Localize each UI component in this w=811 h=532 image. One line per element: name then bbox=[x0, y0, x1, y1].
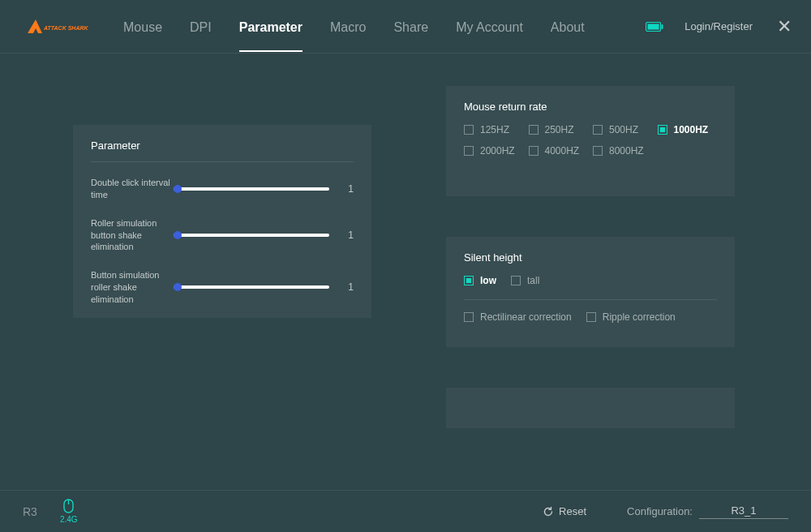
app-header: ATTACK SHARK Mouse DPI Parameter Macro S… bbox=[0, 0, 811, 54]
connection-label: 2.4G bbox=[60, 515, 78, 524]
connection-indicator[interactable]: 2.4G bbox=[60, 499, 78, 524]
return-rate-panel: Mouse return rate 125HZ 250HZ 500HZ 1000… bbox=[446, 86, 735, 196]
rate-1000[interactable]: 1000HZ bbox=[658, 124, 718, 135]
svg-text:ATTACK SHARK: ATTACK SHARK bbox=[43, 25, 89, 31]
config-label: Configuration: bbox=[627, 505, 693, 517]
empty-panel bbox=[446, 388, 735, 428]
param-label: Button simulation roller shake eliminati… bbox=[91, 269, 174, 306]
param-value: 1 bbox=[329, 230, 354, 241]
checkbox-icon bbox=[529, 146, 539, 156]
checkbox-icon bbox=[586, 312, 596, 322]
model-label: R3 bbox=[23, 505, 37, 518]
param-label: Roller simulation button shake eliminati… bbox=[91, 217, 174, 254]
param-value: 1 bbox=[329, 281, 354, 293]
panel-title-return-rate: Mouse return rate bbox=[464, 101, 717, 113]
param-row-double-click: Double click interval time 1 bbox=[91, 177, 354, 201]
rectilinear-correction[interactable]: Rectilinear correction bbox=[464, 311, 572, 323]
checkbox-icon bbox=[464, 125, 474, 135]
ripple-correction[interactable]: Ripple correction bbox=[586, 311, 676, 323]
main-nav: Mouse DPI Parameter Macro Share My Accou… bbox=[123, 17, 585, 36]
rate-8000[interactable]: 8000HZ bbox=[593, 145, 653, 157]
reset-label: Reset bbox=[559, 505, 586, 517]
parameter-panel: Parameter Double click interval time 1 R… bbox=[73, 125, 371, 318]
checkbox-icon bbox=[511, 276, 521, 285]
slider-button-shake[interactable] bbox=[174, 281, 329, 293]
configuration-selector[interactable]: Configuration: R3_1 bbox=[627, 504, 788, 519]
mouse-icon bbox=[63, 499, 74, 513]
param-label: Double click interval time bbox=[91, 177, 174, 201]
nav-about[interactable]: About bbox=[551, 20, 585, 40]
checkbox-icon bbox=[529, 125, 539, 135]
checkbox-icon bbox=[593, 146, 603, 156]
slider-double-click[interactable] bbox=[174, 183, 329, 195]
nav-dpi[interactable]: DPI bbox=[190, 20, 212, 40]
rate-250[interactable]: 250HZ bbox=[529, 124, 589, 135]
app-footer: R3 2.4G Reset Configuration: R3_1 bbox=[0, 490, 811, 532]
rate-4000[interactable]: 4000HZ bbox=[529, 145, 589, 157]
rate-125[interactable]: 125HZ bbox=[464, 124, 524, 135]
height-tall[interactable]: tall bbox=[511, 275, 539, 286]
reset-icon bbox=[543, 506, 554, 517]
checkbox-icon bbox=[658, 125, 667, 135]
checkbox-icon bbox=[464, 146, 474, 156]
rate-2000[interactable]: 2000HZ bbox=[464, 145, 524, 157]
brand-logo: ATTACK SHARK bbox=[26, 17, 91, 36]
close-icon[interactable]: ✕ bbox=[774, 18, 795, 36]
panel-title-silent-height: Silent height bbox=[464, 251, 717, 264]
return-rate-options: 125HZ 250HZ 500HZ 1000HZ 2000HZ 4000HZ 8… bbox=[464, 124, 717, 157]
param-value: 1 bbox=[329, 183, 354, 195]
checkbox-icon bbox=[593, 125, 603, 135]
config-value: R3_1 bbox=[699, 504, 788, 519]
login-register-link[interactable]: Login/Register bbox=[684, 20, 753, 32]
param-row-button-shake: Button simulation roller shake eliminati… bbox=[91, 269, 354, 306]
height-low[interactable]: low bbox=[464, 275, 496, 286]
nav-my-account[interactable]: My Account bbox=[456, 20, 523, 40]
panel-title-parameter: Parameter bbox=[91, 139, 354, 162]
nav-share[interactable]: Share bbox=[393, 20, 428, 40]
svg-rect-2 bbox=[662, 24, 663, 29]
nav-macro[interactable]: Macro bbox=[330, 20, 366, 40]
checkbox-icon bbox=[464, 276, 474, 285]
reset-button[interactable]: Reset bbox=[543, 505, 586, 517]
svg-rect-3 bbox=[648, 24, 659, 29]
slider-roller-shake[interactable] bbox=[174, 230, 329, 241]
battery-icon bbox=[646, 22, 663, 32]
param-row-roller-shake: Roller simulation button shake eliminati… bbox=[91, 217, 354, 254]
nav-parameter[interactable]: Parameter bbox=[239, 20, 303, 40]
checkbox-icon bbox=[464, 312, 474, 322]
nav-mouse[interactable]: Mouse bbox=[123, 20, 162, 40]
silent-height-panel: Silent height low tall Rectilinear corre… bbox=[446, 237, 735, 347]
rate-500[interactable]: 500HZ bbox=[593, 124, 653, 135]
